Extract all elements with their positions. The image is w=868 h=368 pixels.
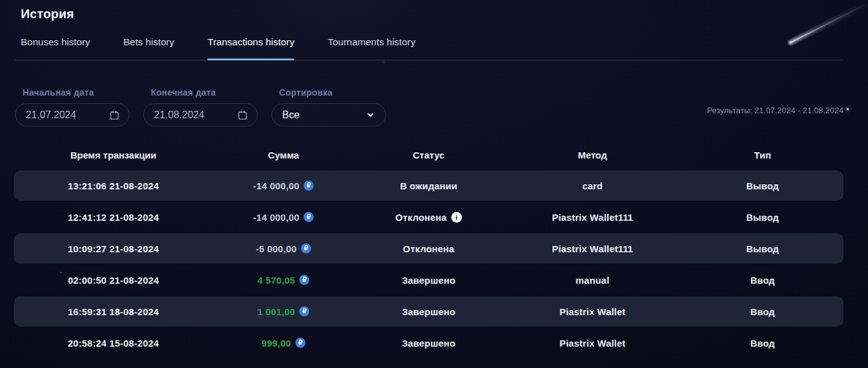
transaction-type: Ввод	[682, 306, 843, 317]
end-date-value[interactable]	[154, 109, 227, 121]
transaction-type: Вывод	[682, 181, 843, 191]
transaction-type: Ввод	[682, 275, 843, 286]
transaction-time: 16:59:31 18-08-2024	[14, 306, 213, 317]
end-date-label: Конечная дата	[151, 87, 258, 98]
end-date-input[interactable]	[143, 103, 258, 126]
tab-bets-history[interactable]: Bets history	[123, 36, 174, 49]
transaction-method: card	[503, 181, 682, 191]
tab-transactions-history[interactable]: Transactions history	[207, 36, 294, 49]
transaction-amount: 4 570,05	[257, 275, 295, 286]
start-date-value[interactable]	[26, 109, 99, 121]
column-header-amount: Сумма	[213, 150, 354, 160]
column-header-type: Тип	[682, 150, 843, 160]
transaction-amount: 999,00	[261, 338, 291, 348]
table-row: 10:09:27 21-08-2024 -5 000,00 ₽ Отклонен…	[14, 233, 843, 264]
transaction-method: Piastrix Wallet111	[503, 243, 682, 254]
ruble-icon: ₽	[299, 275, 309, 285]
filters-bar: Начальная дата Конечная дата	[15, 87, 843, 126]
transaction-amount: -14 000,00	[253, 212, 300, 223]
column-header-method: Метод	[503, 150, 682, 160]
ruble-icon: ₽	[295, 338, 305, 348]
start-date-label: Начальная дата	[23, 87, 129, 98]
table-row: 12:41:12 21-08-2024 -14 000,00 ₽ Отклоне…	[14, 202, 843, 232]
transaction-status: Отклонена	[395, 212, 447, 223]
transaction-type: Ввод	[682, 338, 843, 348]
transaction-time: 13:21:06 21-08-2024	[14, 181, 213, 191]
table-header: Время транзакции Сумма Статус Метод Тип	[14, 150, 843, 160]
star-decoration	[847, 108, 849, 110]
transaction-status: В ожидании	[400, 181, 457, 191]
transaction-time: 10:09:27 21-08-2024	[14, 243, 213, 254]
transaction-time: 20:58:24 15-08-2024	[14, 338, 213, 348]
results-range: Результаты: 21.07.2024 - 21.08.2024	[707, 106, 843, 115]
history-tabs: Bonuses history Bets history Transaction…	[15, 36, 843, 60]
column-header-status: Статус	[354, 150, 503, 160]
transaction-method: Piastrix Wallet111	[503, 212, 682, 223]
transaction-type: Вывод	[682, 243, 843, 254]
history-page: История Bonuses history Bets history Tra…	[0, 0, 868, 368]
table-row: 02:00:50 21-08-2024 4 570,05 ₽ Завершено…	[14, 265, 843, 295]
transactions-table: Время транзакции Сумма Статус Метод Тип …	[14, 150, 843, 358]
sort-select[interactable]: Все	[272, 103, 386, 126]
end-date-filter: Конечная дата	[143, 87, 258, 126]
tab-bonuses-history[interactable]: Bonuses history	[21, 36, 90, 49]
transaction-amount: 1 001,00	[257, 306, 295, 317]
sort-label: Сортировка	[279, 87, 386, 98]
transaction-status: Завершено	[402, 306, 455, 317]
ruble-icon: ₽	[304, 212, 314, 222]
transaction-method: Piastrix Wallet	[503, 338, 682, 348]
transaction-status: Отклонена	[403, 243, 454, 254]
transaction-amount: -14 000,00	[253, 181, 300, 191]
ruble-icon: ₽	[301, 243, 311, 254]
transaction-status: Завершено	[402, 338, 455, 348]
start-date-filter: Начальная дата	[15, 87, 129, 126]
column-header-time: Время транзакции	[14, 150, 213, 160]
sort-filter: Сортировка Все	[272, 87, 386, 126]
sort-selected-value: Все	[282, 109, 300, 121]
table-row: 20:58:24 15-08-2024 999,00 ₽ Завершено P…	[14, 328, 843, 358]
start-date-input[interactable]	[15, 103, 129, 126]
table-row: 16:59:31 18-08-2024 1 001,00 ₽ Завершено…	[14, 296, 843, 326]
transaction-method: manual	[503, 275, 682, 286]
info-icon[interactable]: i	[451, 212, 462, 223]
transaction-status: Завершено	[402, 275, 455, 286]
calendar-icon[interactable]	[237, 109, 248, 121]
calendar-icon[interactable]	[109, 109, 120, 121]
page-title: История	[0, 0, 868, 21]
table-row: 13:21:06 21-08-2024 -14 000,00 ₽ В ожида…	[14, 170, 843, 201]
table-body: 13:21:06 21-08-2024 -14 000,00 ₽ В ожида…	[14, 170, 843, 358]
transaction-time: 12:41:12 21-08-2024	[14, 212, 213, 223]
transaction-time: 02:00:50 21-08-2024	[14, 275, 213, 286]
chevron-down-icon	[366, 110, 375, 120]
ruble-icon: ₽	[304, 181, 314, 191]
ruble-icon: ₽	[299, 306, 309, 316]
transaction-amount: -5 000,00	[256, 243, 297, 254]
transaction-type: Вывод	[682, 212, 843, 223]
transaction-method: Piastrix Wallet	[503, 306, 682, 317]
star-decoration	[383, 62, 385, 63]
tab-tournaments-history[interactable]: Tournaments history	[327, 36, 415, 49]
